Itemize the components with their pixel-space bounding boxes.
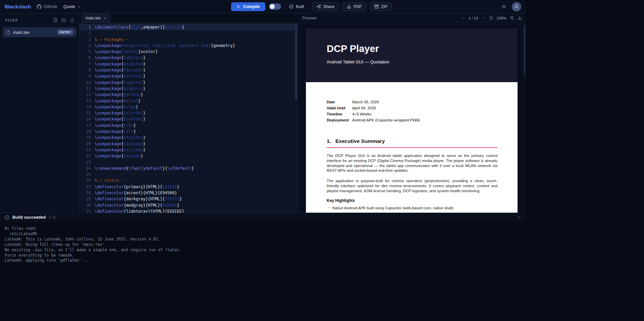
code-line[interactable]: 9\usepackage{titlesec} bbox=[79, 73, 298, 79]
code-line[interactable]: 10\usepackage{hyperref} bbox=[79, 79, 298, 86]
code-line[interactable]: 12\usepackage{parskip} bbox=[79, 92, 298, 98]
build-duration: 1.7s bbox=[49, 215, 56, 219]
section-rule bbox=[327, 147, 497, 148]
code-line[interactable]: 25 bbox=[79, 171, 298, 177]
collapse-console-icon[interactable] bbox=[517, 215, 521, 219]
page-up-icon[interactable] bbox=[461, 16, 465, 20]
code-line[interactable]: 17\usepackage{tikz} bbox=[79, 122, 298, 128]
console-header[interactable]: Build succeeded 1.7s bbox=[0, 213, 526, 222]
code-line[interactable]: 31\definecolor{lightgray}{HTML}{EEEEEE} bbox=[79, 208, 298, 213]
build-console: Build succeeded 1.7s Rc files read: /etc… bbox=[0, 213, 526, 321]
new-folder-icon[interactable] bbox=[61, 18, 66, 22]
code-line[interactable]: 29\definecolor{darkgray}{HTML}{333333} bbox=[79, 196, 298, 202]
code-line[interactable]: 14\usepackage{array} bbox=[79, 104, 298, 110]
sidebar-title: FILES bbox=[5, 18, 18, 22]
code-line[interactable]: 26% — Colors — bbox=[79, 177, 298, 183]
doc-paragraph-2: The application is purpose-built for cin… bbox=[327, 178, 497, 193]
code-line[interactable]: 5\usepackage[table]{xcolor} bbox=[79, 49, 298, 55]
zip-download-button[interactable]: ZIP bbox=[370, 2, 392, 11]
console-log[interactable]: Rc files read: /etc/LatexMkLatexmk: This… bbox=[0, 222, 526, 321]
code-line[interactable]: 19\usepackage{etoolbox} bbox=[79, 135, 298, 141]
code-line[interactable]: 20\usepackage{lastpage} bbox=[79, 141, 298, 147]
line-number: 13 bbox=[79, 98, 91, 104]
meta-row: Valid UntilApril 09, 2026 bbox=[327, 105, 497, 111]
code-line[interactable]: 18\usepackage{calc} bbox=[79, 128, 298, 135]
zoom-out-icon[interactable] bbox=[489, 16, 493, 20]
quote-menu[interactable]: Quote bbox=[63, 4, 81, 9]
download-pdf-icon[interactable] bbox=[518, 16, 522, 20]
github-link[interactable]: GitHub bbox=[37, 4, 57, 9]
doc-title: DCP Player bbox=[327, 43, 497, 54]
auto-compile-toggle[interactable] bbox=[269, 3, 281, 10]
code-line[interactable]: 13\usepackage{helvet} bbox=[79, 98, 298, 104]
github-label: GitHub bbox=[44, 4, 57, 9]
doc-section-heading: 1. Executive Summary bbox=[327, 138, 497, 144]
page-down-icon[interactable] bbox=[482, 16, 486, 20]
line-number: 27 bbox=[79, 184, 91, 190]
code-line[interactable]: 6\usepackage{tabularx} bbox=[79, 55, 298, 61]
code-line[interactable]: 2 bbox=[79, 30, 298, 36]
log-line: Force everything to be remade. bbox=[5, 253, 521, 258]
entry-badge: ENTRY bbox=[57, 30, 73, 35]
preview-scrollbar[interactable] bbox=[524, 25, 525, 75]
pdf-preview-area[interactable]: DCP Player Android Tablet GUI — Quotatio… bbox=[298, 23, 526, 213]
code-line[interactable]: 7\usepackage{enumitem} bbox=[79, 61, 298, 67]
logo-text: Backslash bbox=[6, 4, 31, 9]
upload-icon[interactable] bbox=[70, 18, 74, 22]
code-line[interactable]: 8\usepackage{fancyhdr} bbox=[79, 67, 298, 73]
line-number: 11 bbox=[79, 86, 91, 92]
code-line[interactable]: 27\definecolor{primary}{HTML}{1A1A2E} bbox=[79, 184, 298, 190]
tab-main-tex[interactable]: main.tex × bbox=[81, 13, 111, 22]
line-number: 5 bbox=[79, 49, 91, 55]
editor-scrollbar[interactable] bbox=[295, 25, 297, 100]
close-icon[interactable]: × bbox=[104, 16, 106, 20]
archive-icon bbox=[374, 4, 379, 9]
pdf-label: PDF bbox=[354, 4, 362, 9]
preview-header: Preview 1 / 12 100% bbox=[298, 13, 526, 23]
line-number: 1 bbox=[79, 24, 91, 30]
line-number: 17 bbox=[79, 122, 91, 128]
compile-button[interactable]: Compile bbox=[231, 2, 265, 11]
code-line[interactable]: 22\usepackage{amssymb} bbox=[79, 153, 298, 159]
line-number: 2 bbox=[79, 30, 91, 36]
page-indicator: 1 / 12 bbox=[469, 16, 478, 20]
zip-label: ZIP bbox=[381, 4, 387, 9]
compile-label: Compile bbox=[243, 4, 260, 9]
new-file-icon[interactable] bbox=[53, 18, 58, 22]
file-row-main-tex[interactable]: main.tex ENTRY bbox=[3, 27, 76, 37]
code-line[interactable]: 24\renewcommand{\familydefault}{\sfdefau… bbox=[79, 165, 298, 171]
pdf-download-button[interactable]: PDF bbox=[342, 2, 366, 11]
share-button[interactable]: Share bbox=[312, 2, 339, 11]
github-icon bbox=[37, 4, 42, 9]
code-line[interactable]: 11\usepackage{graphicx} bbox=[79, 86, 298, 92]
toggle-knob bbox=[270, 4, 275, 9]
line-number: 28 bbox=[79, 190, 91, 196]
theme-sparkle-icon[interactable] bbox=[501, 4, 506, 9]
code-line[interactable]: 30\definecolor{medgray}{HTML}{666666} bbox=[79, 202, 298, 208]
line-number: 23 bbox=[79, 159, 91, 165]
editor-pane: main.tex × 1\documentclass[11pt,a4paper]… bbox=[79, 13, 298, 213]
code-editor[interactable]: 1\documentclass[11pt,a4paper]{article}23… bbox=[79, 23, 298, 213]
app-logo[interactable]: \Backslash bbox=[5, 4, 31, 9]
check-circle-icon bbox=[289, 4, 293, 9]
zoom-in-icon[interactable] bbox=[510, 16, 514, 20]
log-line: Latexmk: Doing full clean up for 'main.t… bbox=[5, 242, 521, 248]
line-number: 18 bbox=[79, 128, 91, 135]
code-line[interactable]: 4\usepackage[margin=2cm, top=2.5cm, bott… bbox=[79, 43, 298, 49]
code-line[interactable]: 3% — Packages — bbox=[79, 37, 298, 43]
top-navbar: \Backslash GitHub Quote Compile bbox=[0, 0, 526, 13]
code-line[interactable]: 1\documentclass[11pt,a4paper]{article} bbox=[79, 24, 298, 30]
code-line[interactable]: 28\definecolor{accent}{HTML}{E94560} bbox=[79, 190, 298, 196]
code-line[interactable]: 15\usepackage{colortbl} bbox=[79, 110, 298, 116]
line-number: 9 bbox=[79, 73, 91, 79]
user-avatar[interactable] bbox=[512, 2, 521, 11]
share-label: Share bbox=[323, 4, 334, 9]
code-line[interactable]: 21\usepackage{textcomp} bbox=[79, 147, 298, 153]
built-status[interactable]: Built bbox=[285, 2, 308, 11]
code-line[interactable]: 16\usepackage{booktabs} bbox=[79, 116, 298, 122]
code-line[interactable]: 23 bbox=[79, 159, 298, 165]
meta-row: DateMarch 09, 2026 bbox=[327, 99, 497, 105]
line-number: 22 bbox=[79, 153, 91, 159]
file-icon bbox=[6, 30, 10, 35]
navbar-actions: Compile Built Share PDF bbox=[191, 2, 392, 11]
